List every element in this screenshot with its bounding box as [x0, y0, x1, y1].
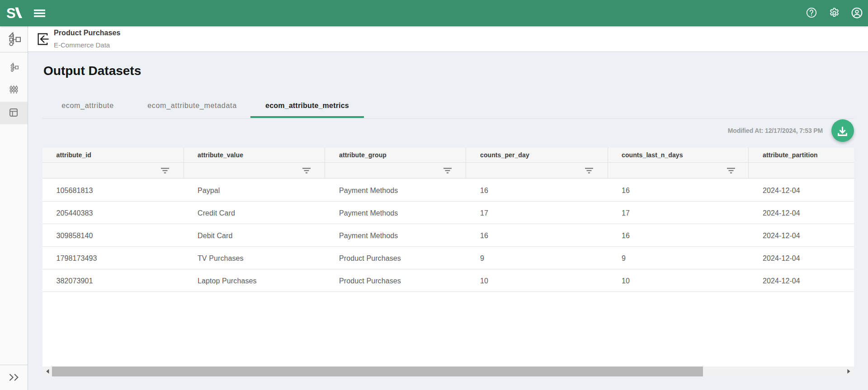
svg-text:S: S: [7, 7, 16, 19]
